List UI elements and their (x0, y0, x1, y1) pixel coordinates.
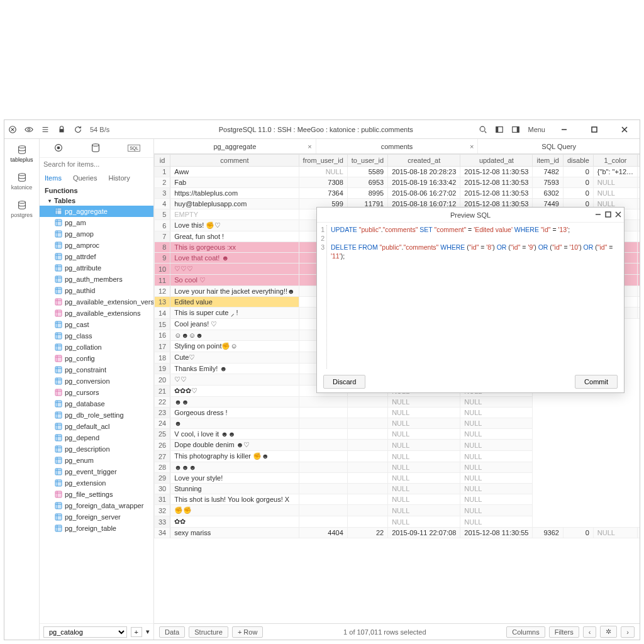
table-pg_event_trigger[interactable]: pg_event_trigger (40, 466, 153, 477)
table-pg_collation[interactable]: pg_collation (40, 341, 153, 353)
tab-pg_aggregate[interactable]: pg_aggregate× (154, 139, 316, 153)
search-icon[interactable] (479, 125, 487, 134)
table-pg_foreign_data_wrapper[interactable]: pg_foreign_data_wrapper (40, 500, 153, 511)
table-pg_extension[interactable]: pg_extension (40, 477, 153, 489)
table-row[interactable]: 33 ✿✿ NULL NULL (155, 516, 640, 528)
menu-label[interactable]: Menu (528, 126, 545, 133)
table-pg_available_extensions[interactable]: pg_available_extensions (40, 308, 153, 319)
table-row[interactable]: 1 Aww NULL5589 2015-08-18 20:28:23 2015-… (155, 167, 640, 177)
table-pg_attribute[interactable]: pg_attribute (40, 262, 153, 274)
table-row[interactable]: 22 ☻☻ NULL NULL (155, 397, 640, 408)
table-pg_cast[interactable]: pg_cast (40, 319, 153, 330)
search-input[interactable] (40, 158, 153, 170)
table-row[interactable]: 31 This shot is lush! You look gorgeus! … (155, 494, 640, 505)
tables-icon[interactable] (90, 142, 101, 155)
tables-header[interactable]: Tables (40, 196, 153, 206)
db-icon[interactable] (53, 142, 64, 155)
col-0_colorss[interactable]: 0_colorss (638, 155, 640, 167)
table-pg_class[interactable]: pg_class (40, 330, 153, 341)
table-row[interactable]: 28 ☻☻☻ NULL NULL (155, 462, 640, 473)
table-pg_cursors[interactable]: pg_cursors (40, 387, 153, 398)
functions-header[interactable]: Functions (40, 186, 153, 196)
table-row[interactable]: 34 sexy mariss 440422 2015-09-11 22:07:0… (155, 528, 640, 538)
discard-button[interactable]: Discard (323, 375, 365, 389)
col-comment[interactable]: comment (170, 155, 299, 167)
sql-icon[interactable]: SQL (128, 145, 140, 152)
table-pg_auth_members[interactable]: pg_auth_members (40, 274, 153, 285)
table-pg_constraint[interactable]: pg_constraint (40, 364, 153, 375)
rail-tableplus[interactable]: tableplus (10, 144, 33, 163)
table-row[interactable]: 25 V cool, i love it ☻☻ NULL NULL (155, 429, 640, 440)
table-pg_amproc[interactable]: pg_amproc (40, 240, 153, 251)
columns-button[interactable]: Columns (506, 626, 545, 638)
table-pg_attrdef[interactable]: pg_attrdef (40, 251, 153, 262)
table-pg_depend[interactable]: pg_depend (40, 432, 153, 443)
table-row[interactable]: 23 Gorgeous dress ! NULL NULL (155, 408, 640, 418)
close-icon[interactable]: × (308, 143, 311, 150)
add-row-button[interactable]: + Row (232, 626, 264, 638)
table-row[interactable]: 29 Love your style! NULL NULL (155, 473, 640, 484)
chevron-down-icon[interactable]: ▾ (146, 628, 150, 636)
sql-preview[interactable]: UPDATE "public"."comments" SET "comment"… (327, 225, 623, 369)
col-id[interactable]: id (155, 155, 170, 167)
tab-SQL Query[interactable]: SQL Query (478, 139, 640, 153)
data-tab[interactable]: Data (159, 626, 185, 638)
rail-katonice[interactable]: katonice (11, 172, 33, 191)
refresh-icon[interactable] (74, 125, 82, 134)
table-row[interactable]: 2 Fab 73086953 2015-08-19 16:33:42 2015-… (155, 177, 640, 188)
tab-comments[interactable]: comments× (316, 139, 479, 153)
table-row[interactable]: 27 This photography is killer ✊☻ NULL NU… (155, 451, 640, 462)
window-minimize-button[interactable] (553, 123, 575, 136)
structure-tab[interactable]: Structure (189, 626, 228, 638)
dialog-minimize-button[interactable] (595, 211, 601, 219)
dialog-close-button[interactable] (615, 211, 621, 219)
dialog-maximize-button[interactable] (605, 211, 611, 219)
col-1_color[interactable]: 1_color (593, 155, 637, 167)
add-button[interactable]: + (131, 627, 142, 637)
prev-page-button[interactable]: ‹ (583, 626, 597, 638)
table-pg_foreign_table[interactable]: pg_foreign_table (40, 523, 153, 534)
col-item_id[interactable]: item_id (533, 155, 563, 167)
table-pg_config[interactable]: pg_config (40, 353, 153, 364)
layout-right-icon[interactable] (511, 125, 520, 134)
schema-select[interactable]: pg_catalog (43, 626, 127, 638)
table-pg_description[interactable]: pg_description (40, 443, 153, 455)
lock-icon[interactable] (57, 125, 66, 134)
col-from_user_id[interactable]: from_user_id (299, 155, 347, 167)
table-pg_available_extension_vers[interactable]: pg_available_extension_vers (40, 296, 153, 308)
table-row[interactable]: 26 Dope double denim ☻♡ NULL NULL (155, 440, 640, 451)
filters-button[interactable]: Filters (549, 626, 579, 638)
table-pg_file_settings[interactable]: pg_file_settings (40, 489, 153, 500)
table-pg_default_acl[interactable]: pg_default_acl (40, 421, 153, 432)
table-pg_amop[interactable]: pg_amop (40, 228, 153, 240)
table-pg_am[interactable]: pg_am (40, 217, 153, 228)
table-pg_authid[interactable]: pg_authid (40, 285, 153, 296)
table-pg_db_role_setting[interactable]: pg_db_role_setting (40, 409, 153, 421)
table-pg_foreign_server[interactable]: pg_foreign_server (40, 511, 153, 523)
col-to_user_id[interactable]: to_user_id (347, 155, 387, 167)
rail-postgres[interactable]: postgres (11, 199, 33, 218)
layout-left-icon[interactable] (495, 125, 504, 134)
tab-history[interactable]: History (108, 174, 130, 182)
table-pg_enum[interactable]: pg_enum (40, 455, 153, 466)
eye-icon[interactable] (25, 125, 33, 134)
table-row[interactable]: 32 ✊✊ NULL NULL (155, 505, 640, 516)
table-row[interactable]: 3 https://tableplus.com 73648995 2015-08… (155, 188, 640, 199)
window-maximize-button[interactable] (583, 123, 606, 136)
close-icon[interactable]: × (470, 143, 474, 150)
col-created_at[interactable]: created_at (388, 155, 460, 167)
close-circle-icon[interactable] (8, 125, 17, 134)
table-pg_conversion[interactable]: pg_conversion (40, 375, 153, 387)
settings-icon[interactable]: ✲ (600, 626, 617, 638)
table-pg_database[interactable]: pg_database (40, 398, 153, 409)
table-pg_aggregate[interactable]: pg_aggregate (40, 206, 153, 217)
table-row[interactable]: 24 ☻ NULL NULL (155, 418, 640, 429)
tab-items[interactable]: Items (45, 174, 62, 182)
commit-button[interactable]: Commit (575, 375, 618, 389)
window-close-button[interactable] (613, 123, 636, 136)
next-page-button[interactable]: › (621, 626, 635, 638)
list-icon[interactable] (41, 125, 50, 134)
col-updated_at[interactable]: updated_at (460, 155, 533, 167)
table-row[interactable]: 30 Stunning NULL NULL (155, 484, 640, 494)
col-disable[interactable]: disable (563, 155, 593, 167)
